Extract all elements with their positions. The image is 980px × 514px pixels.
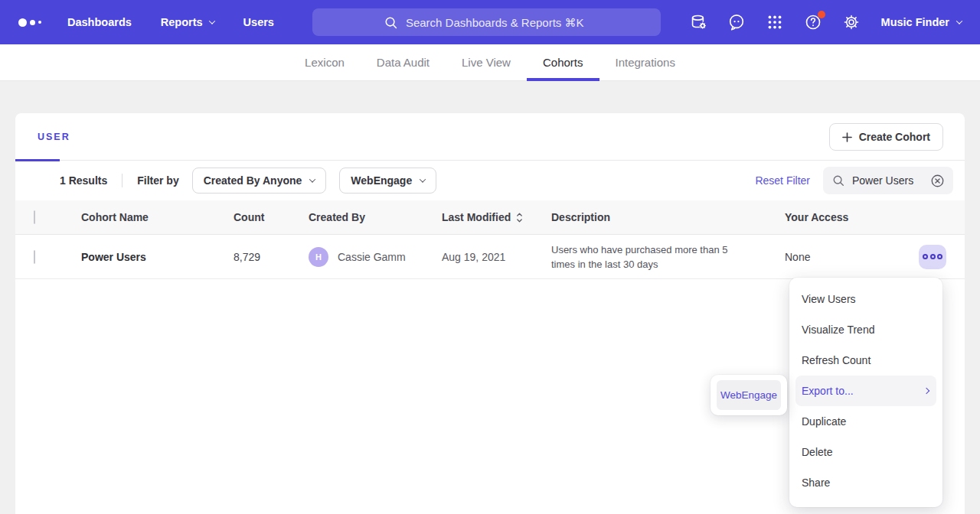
integration-dropdown-value: WebEngage — [351, 174, 412, 187]
global-search[interactable] — [312, 8, 661, 36]
access-cell: None — [785, 251, 877, 263]
created-by-cell: H Cassie Gamm — [309, 247, 442, 267]
header-description[interactable]: Description — [551, 211, 785, 223]
created-by-dropdown[interactable]: Created By Anyone — [192, 168, 327, 194]
filter-toolbar: 1 Results Filter by Created By Anyone We… — [15, 161, 965, 200]
menu-item-duplicate[interactable]: Duplicate — [789, 406, 942, 437]
cohort-name-cell[interactable]: Power Users — [81, 251, 234, 263]
chevron-right-icon — [923, 388, 929, 394]
menu-item-export-to[interactable]: Export to... — [795, 376, 936, 406]
search-icon — [831, 174, 845, 187]
toolbar-right-group: Reset Filter — [755, 167, 953, 194]
description-cell: Users who have purchased more than 5 tim… — [551, 242, 785, 272]
create-cohort-button[interactable]: Create Cohort — [829, 123, 943, 151]
table-header-row: Cohort Name Count Created By Last Modifi… — [15, 200, 965, 235]
menu-item-visualize-trend[interactable]: Visualize Trend — [789, 314, 942, 345]
tab-lexicon[interactable]: Lexicon — [289, 44, 361, 80]
chevron-down-icon — [956, 18, 962, 24]
nav-reports-label: Reports — [161, 16, 203, 28]
created-by-dropdown-value: Created By Anyone — [204, 174, 302, 187]
clear-search-icon[interactable] — [930, 174, 945, 188]
section-tabs: Lexicon Data Audit Live View Cohorts Int… — [0, 44, 980, 81]
cohort-search-input[interactable] — [852, 174, 923, 187]
menu-item-share[interactable]: Share — [789, 467, 942, 498]
header-description-label: Description — [551, 211, 610, 223]
nav-users-label: Users — [243, 16, 274, 28]
apps-grid-icon[interactable] — [765, 12, 785, 32]
sort-icon — [516, 213, 523, 223]
submenu-item-webengage[interactable]: WebEngage — [717, 380, 781, 410]
tab-cohorts[interactable]: Cohorts — [527, 44, 599, 80]
menu-item-refresh-count[interactable]: Refresh Count — [789, 345, 942, 376]
header-cohort-name-label: Cohort Name — [81, 211, 149, 223]
select-all-checkbox[interactable] — [34, 210, 35, 224]
results-count: 1 Results — [60, 174, 107, 187]
global-search-input[interactable] — [406, 16, 590, 29]
nav-dashboards-label: Dashboards — [67, 16, 132, 28]
menu-item-delete[interactable]: Delete — [789, 437, 942, 467]
primary-nav: Dashboards Reports Users — [67, 16, 274, 28]
nav-reports[interactable]: Reports — [161, 16, 214, 28]
header-your-access[interactable]: Your Access — [785, 211, 877, 223]
count-cell: 8,729 — [234, 251, 309, 263]
integration-filter-dropdown[interactable]: WebEngage — [339, 168, 436, 194]
header-cohort-name[interactable]: Cohort Name — [81, 211, 234, 223]
feedback-icon[interactable] — [727, 12, 746, 32]
nav-users[interactable]: Users — [243, 16, 274, 28]
export-submenu: WebEngage — [710, 375, 787, 415]
last-modified-cell: Aug 19, 2021 — [442, 251, 551, 263]
reset-filter-link[interactable]: Reset Filter — [755, 174, 810, 187]
topbar-icon-group — [688, 12, 861, 32]
header-last-modified[interactable]: Last Modified — [442, 211, 551, 223]
user-tab[interactable]: USER — [38, 132, 70, 142]
project-switcher[interactable]: Music Finder — [881, 16, 962, 28]
chevron-down-icon — [208, 18, 214, 24]
created-by-name: Cassie Gamm — [338, 251, 406, 263]
header-created-by[interactable]: Created By — [309, 211, 442, 223]
cohort-search[interactable] — [823, 167, 953, 194]
divider — [122, 174, 122, 187]
header-created-by-label: Created By — [309, 211, 365, 223]
help-icon[interactable] — [803, 12, 823, 32]
row-actions-button[interactable] — [919, 245, 946, 269]
nav-dashboards[interactable]: Dashboards — [67, 16, 132, 28]
menu-item-export-to-label: Export to... — [802, 385, 854, 397]
header-count[interactable]: Count — [234, 211, 309, 223]
mixpanel-logo-icon[interactable] — [18, 18, 41, 27]
user-tab-indicator — [15, 159, 60, 161]
avatar: H — [309, 247, 328, 267]
create-cohort-label: Create Cohort — [859, 131, 930, 143]
menu-item-view-users[interactable]: View Users — [789, 284, 942, 314]
tab-live-view[interactable]: Live View — [446, 44, 527, 80]
table-row[interactable]: Power Users 8,729 H Cassie Gamm Aug 19, … — [15, 235, 965, 279]
top-navigation-bar: Dashboards Reports Users — [0, 0, 980, 44]
chevron-down-icon — [420, 176, 426, 182]
plus-icon — [842, 132, 852, 142]
header-your-access-label: Your Access — [785, 211, 848, 223]
row-checkbox[interactable] — [34, 250, 35, 264]
header-count-label: Count — [234, 211, 264, 223]
settings-gear-icon[interactable] — [841, 12, 861, 32]
filter-by-label: Filter by — [137, 174, 178, 187]
row-actions-menu: View Users Visualize Trend Refresh Count… — [789, 278, 942, 507]
tab-data-audit[interactable]: Data Audit — [361, 44, 446, 80]
panel-header: USER Create Cohort — [15, 113, 965, 161]
tab-integrations[interactable]: Integrations — [599, 44, 691, 80]
chevron-down-icon — [309, 176, 315, 182]
project-name-label: Music Finder — [881, 16, 949, 28]
data-settings-icon[interactable] — [688, 12, 708, 32]
search-icon — [384, 15, 398, 30]
notification-dot — [818, 11, 825, 18]
header-last-modified-label: Last Modified — [442, 211, 511, 223]
